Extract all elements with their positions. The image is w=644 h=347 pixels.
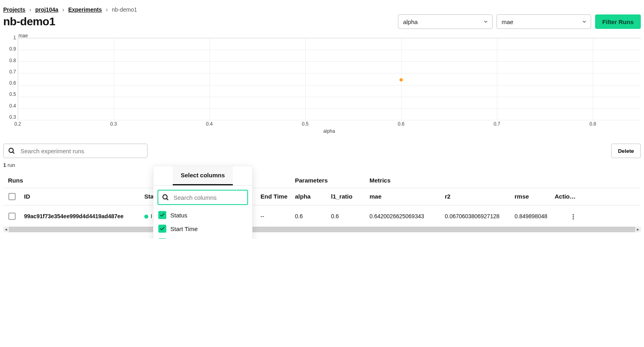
col-alpha[interactable]: alpha [292,188,328,205]
svg-line-1 [13,152,14,154]
col-actions: Actions [551,188,579,205]
horizontal-scrollbar[interactable]: ◄ ► [3,227,641,232]
run-count: 1 run [3,162,641,168]
cell-rmse: 0.849898048 [511,208,551,224]
header-row: nb-demo1 Filter Runs [3,14,641,29]
chart-plot-area[interactable] [18,38,641,120]
page-title: nb-demo1 [3,15,398,28]
select-columns-popover: Select columns StatusStart TimeEnd TimeP… [153,166,252,239]
svg-point-2 [163,195,167,199]
table-column-header: ID Sta End Time alpha l1_ratio mae r2 rm… [3,188,641,205]
col-end-time[interactable]: End Time [257,188,292,205]
chart-xtick: 0.5 [302,121,309,127]
cell-alpha: 0.6 [292,208,328,224]
col-r2[interactable]: r2 [442,188,511,205]
search-row: Delete [3,144,641,158]
chart-point[interactable] [400,78,403,81]
col-l1-ratio[interactable]: l1_ratio [328,188,366,205]
popover-column-label: Status [170,212,188,219]
cell-l1-ratio: 0.6 [328,208,366,224]
checkbox-checked-icon[interactable] [158,225,166,233]
popover-column-label: Start Time [170,225,198,232]
breadcrumb: Projects › proj104a › Experiments › nb-d… [3,6,641,13]
svg-line-3 [167,199,168,200]
chart-xtick: 0.4 [206,121,213,127]
col-rmse[interactable]: rmse [511,188,551,205]
chart-y-ticks: 10.90.80.70.60.50.40.3 [3,34,18,117]
group-metrics: Metrics [366,172,641,188]
cell-id[interactable]: 99ac91f73e354ee999d4d4419ad487ee [21,208,141,224]
row-actions-menu[interactable] [570,212,576,222]
cell-r2: 0.0670603806927128 [442,208,511,224]
breadcrumb-current: nb-demo1 [112,6,137,13]
chart-x-title: alpha [18,128,641,134]
runs-table: Runs Parameters Metrics ID Sta End Time … [3,172,641,232]
run-count-label: run [8,162,15,168]
filter-controls: Filter Runs [398,14,641,29]
scroll-right-arrow[interactable]: ► [635,227,641,232]
select-all-checkbox[interactable] [8,193,16,200]
table-row[interactable]: 99ac91f73e354ee999d4d4419ad487ee I -- 0.… [3,205,641,227]
x-param-select[interactable] [398,14,493,29]
row-checkbox[interactable] [8,213,16,220]
chart-xtick: 0.6 [398,121,405,127]
popover-column-list: StatusStart TimeEnd TimeParameter: alpha… [153,208,252,239]
chevron-right-icon: › [63,6,65,13]
popover-search-box[interactable] [157,190,248,205]
popover-tabbar: Select columns [153,166,252,186]
chart-x-ticks: 0.20.30.40.50.60.70.8 [18,120,641,128]
chart-xtick: 0.2 [14,121,21,127]
y-metric-select[interactable] [497,14,591,29]
delete-button[interactable]: Delete [611,144,641,158]
group-parameters: Parameters [292,172,366,188]
scroll-track[interactable] [9,227,635,232]
filter-runs-button[interactable]: Filter Runs [595,14,641,29]
group-runs: Runs [3,172,141,188]
cell-end-time: -- [257,208,292,224]
popover-column-item[interactable]: End Time [153,235,252,239]
checkbox-checked-icon[interactable] [158,238,166,239]
search-runs-box[interactable] [3,144,147,158]
run-count-number: 1 [3,162,6,168]
cell-mae: 0.6420026625069343 [366,208,442,224]
chevron-right-icon: › [106,6,108,13]
chart-xtick: 0.7 [494,121,501,127]
cell-status-text: I [151,213,152,219]
checkbox-checked-icon[interactable] [158,211,166,219]
scroll-left-arrow[interactable]: ◄ [3,227,9,232]
status-dot-icon [144,215,148,219]
cell-actions [551,205,579,227]
breadcrumb-experiments[interactable]: Experiments [68,6,102,13]
popover-column-item[interactable]: Status [153,208,252,222]
col-select-all[interactable] [3,188,21,205]
popover-search-input[interactable] [173,194,250,201]
chart: mae 10.90.80.70.60.50.40.3 0.20.30.40.50… [3,34,641,134]
chart-xtick: 0.8 [589,121,596,127]
table-group-header: Runs Parameters Metrics [3,172,641,188]
svg-point-0 [9,148,13,152]
search-runs-input[interactable] [20,147,143,155]
popover-column-item[interactable]: Start Time [153,222,252,235]
search-icon [162,193,170,201]
search-icon [8,147,16,155]
breadcrumb-project[interactable]: proj104a [35,6,59,13]
select-columns-tab[interactable]: Select columns [173,166,233,185]
col-mae[interactable]: mae [366,188,442,205]
col-id[interactable]: ID [21,188,141,205]
breadcrumb-projects[interactable]: Projects [3,6,25,13]
chart-xtick: 0.3 [110,121,117,127]
chevron-right-icon: › [29,6,31,13]
